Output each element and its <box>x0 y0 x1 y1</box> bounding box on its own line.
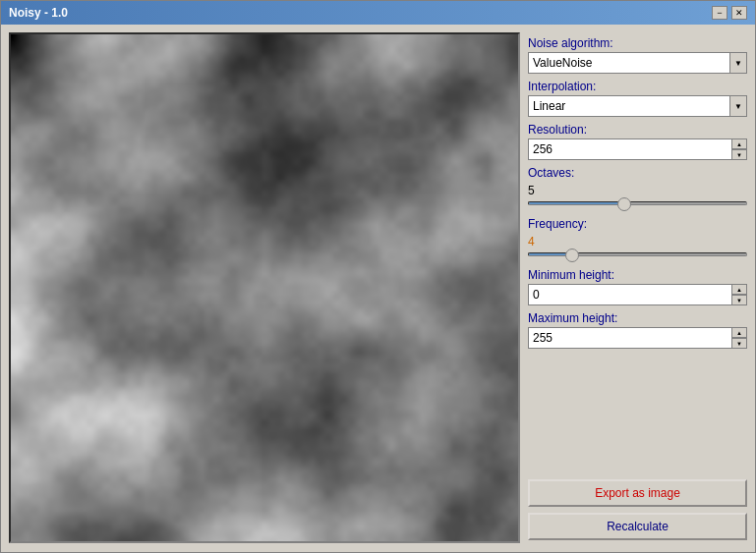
min-height-field: Minimum height: ▲ ▼ <box>528 268 747 305</box>
title-bar: Noisy - 1.0 − ✕ <box>1 1 755 25</box>
noise-algorithm-label: Noise algorithm: <box>528 36 747 50</box>
frequency-value: 4 <box>528 235 747 249</box>
buttons-area: Export as image Recalculate <box>528 479 747 540</box>
content-area: Noise algorithm: ValueNoise PerlinNoise … <box>1 25 755 552</box>
resolution-spin-controls: ▲ ▼ <box>731 138 747 160</box>
max-height-label: Maximum height: <box>528 311 747 325</box>
window-title: Noisy - 1.0 <box>9 6 68 20</box>
max-height-spin-down[interactable]: ▼ <box>731 338 747 349</box>
resolution-field: Resolution: ▲ ▼ <box>528 123 747 160</box>
max-height-input[interactable] <box>528 327 747 349</box>
min-height-spinbox: ▲ ▼ <box>528 284 747 305</box>
noise-algorithm-wrapper: ValueNoise PerlinNoise SimplexNoise ▼ <box>528 52 747 74</box>
resolution-spin-up[interactable]: ▲ <box>731 138 747 149</box>
octaves-thumb[interactable] <box>617 197 631 211</box>
max-height-field: Maximum height: ▲ ▼ <box>528 311 747 349</box>
frequency-thumb[interactable] <box>565 249 579 262</box>
noise-canvas <box>11 34 518 541</box>
frequency-field: Frequency: 4 <box>528 217 747 262</box>
octaves-slider-container: 5 <box>528 182 747 211</box>
resolution-spinbox: ▲ ▼ <box>528 138 747 160</box>
interpolation-field: Interpolation: Linear Cosine Cubic ▼ <box>528 80 747 117</box>
frequency-track <box>528 252 747 256</box>
min-height-input[interactable] <box>528 284 747 305</box>
noise-algorithm-select[interactable]: ValueNoise PerlinNoise SimplexNoise <box>528 52 747 74</box>
window-controls: − ✕ <box>712 6 747 20</box>
frequency-label: Frequency: <box>528 217 747 231</box>
octaves-field: Octaves: 5 <box>528 166 747 211</box>
min-height-spin-up[interactable]: ▲ <box>731 284 747 295</box>
min-height-label: Minimum height: <box>528 268 747 282</box>
min-height-spin-down[interactable]: ▼ <box>731 295 747 305</box>
max-height-spin-up[interactable]: ▲ <box>731 327 747 338</box>
frequency-slider-container: 4 <box>528 233 747 262</box>
resolution-label: Resolution: <box>528 123 747 137</box>
interpolation-select[interactable]: Linear Cosine Cubic <box>528 95 747 117</box>
spacer <box>528 355 747 470</box>
octaves-value: 5 <box>528 184 747 197</box>
octaves-track <box>528 201 747 205</box>
noise-algorithm-field: Noise algorithm: ValueNoise PerlinNoise … <box>528 36 747 74</box>
right-panel: Noise algorithm: ValueNoise PerlinNoise … <box>528 32 747 544</box>
octaves-label: Octaves: <box>528 166 747 180</box>
interpolation-label: Interpolation: <box>528 80 747 93</box>
interpolation-wrapper: Linear Cosine Cubic ▼ <box>528 95 747 117</box>
export-button[interactable]: Export as image <box>528 479 747 507</box>
max-height-spinbox: ▲ ▼ <box>528 327 747 349</box>
max-height-spin-controls: ▲ ▼ <box>731 327 747 349</box>
resolution-spin-down[interactable]: ▼ <box>731 149 747 160</box>
close-button[interactable]: ✕ <box>731 6 747 20</box>
main-window: Noisy - 1.0 − ✕ Noise algorithm: ValueNo… <box>0 0 756 553</box>
noise-preview-panel <box>9 32 520 543</box>
recalculate-button[interactable]: Recalculate <box>528 513 747 540</box>
resolution-input[interactable] <box>528 138 747 160</box>
minimize-button[interactable]: − <box>712 6 727 20</box>
min-height-spin-controls: ▲ ▼ <box>731 284 747 305</box>
octaves-fill <box>529 202 624 204</box>
